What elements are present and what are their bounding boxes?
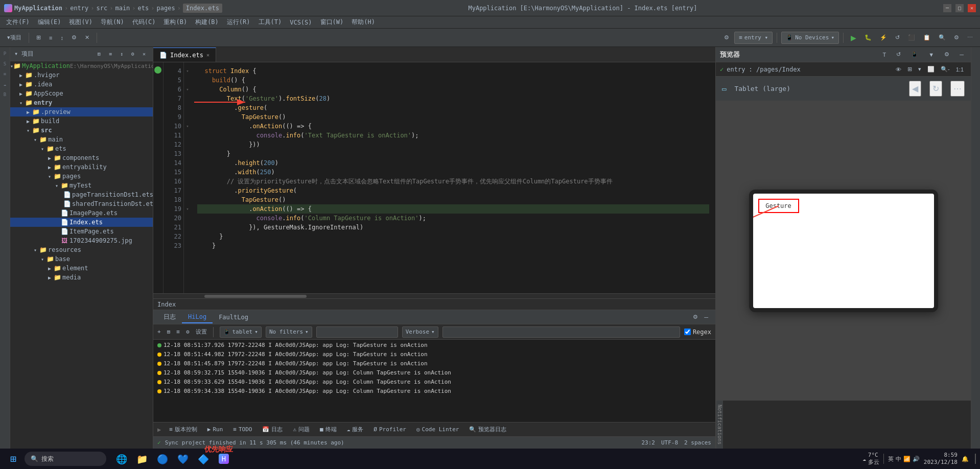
menu-window[interactable]: 窗口(W) bbox=[316, 17, 348, 28]
log-search[interactable] bbox=[316, 326, 398, 338]
taskbar-icon-3[interactable]: 💙 bbox=[174, 450, 192, 468]
level-selector[interactable]: Verbose ▾ bbox=[402, 326, 438, 338]
filetree-settings[interactable]: ⚙ bbox=[128, 48, 137, 60]
tree-item-build[interactable]: ▶ 📁 build bbox=[10, 116, 153, 126]
tree-item-appscope[interactable]: ▶ 📁 AppScope bbox=[10, 89, 153, 98]
menu-navigate[interactable]: 导航(N) bbox=[97, 17, 128, 28]
action-run[interactable]: ▶ Run bbox=[203, 425, 227, 434]
tree-item-hvigor[interactable]: ▶ 📁 .hvigor bbox=[10, 71, 153, 80]
tree-item-src[interactable]: ▾ 📁 src bbox=[10, 126, 153, 135]
tree-item-media[interactable]: ▶ 📁 media bbox=[10, 273, 153, 282]
profile-button[interactable]: ⚡ bbox=[877, 32, 890, 44]
filetree-collapse[interactable]: ↕ bbox=[117, 48, 126, 60]
log-search-text[interactable] bbox=[442, 326, 680, 338]
menu-build[interactable]: 构建(B) bbox=[191, 17, 223, 28]
menu-refactor[interactable]: 重构(B) bbox=[159, 17, 191, 28]
close-button[interactable]: ✕ bbox=[968, 4, 976, 12]
tree-item-jpg[interactable]: ▶ 🖼 1702344909275.jpg bbox=[10, 236, 153, 245]
notifications-label[interactable]: Notifications bbox=[717, 401, 722, 449]
toolbar-more-3[interactable]: 📋 bbox=[920, 32, 934, 44]
tab-faultlog[interactable]: FaultLog bbox=[213, 312, 254, 323]
menu-tools[interactable]: 工具(T) bbox=[254, 17, 286, 28]
preview-toolbar-phone[interactable]: 📱 bbox=[908, 49, 921, 61]
preview-expand[interactable]: ⬜ bbox=[924, 63, 938, 76]
devices-dropdown[interactable]: 📱 No Devices ▾ bbox=[781, 32, 839, 44]
tree-item-mytest[interactable]: ▾ 📁 myTest bbox=[10, 181, 153, 190]
file-tree-content[interactable]: ▾ 📁 MyApplication E:\HarmonyOS\MyApplica… bbox=[10, 61, 153, 449]
preview-toolbar-refresh[interactable]: ↺ bbox=[893, 49, 904, 61]
action-preview-log[interactable]: 🔍 预览器日志 bbox=[465, 425, 510, 434]
tab-log[interactable]: 日志 bbox=[157, 311, 182, 323]
code-editor[interactable]: struct Index { build() { Column() { Text… bbox=[191, 62, 715, 293]
regex-checkbox[interactable] bbox=[684, 329, 691, 335]
preview-toolbar-settings[interactable]: ⚙ bbox=[941, 49, 952, 61]
filter-selector[interactable]: No filters ▾ bbox=[266, 326, 312, 338]
sidebar-icon-2[interactable]: S bbox=[1, 59, 10, 68]
toolbar-more-4[interactable]: ⚙ bbox=[951, 32, 962, 44]
toolbar-icon-2[interactable]: ≡ bbox=[46, 32, 55, 44]
rotate-device-btn[interactable]: ↻ bbox=[929, 81, 942, 97]
run-button[interactable]: ▶ bbox=[848, 32, 859, 44]
action-expand[interactable]: ▶ bbox=[157, 426, 161, 433]
desktop-show[interactable] bbox=[973, 454, 976, 464]
preview-view-dropdown[interactable]: ▾ bbox=[915, 63, 924, 76]
sidebar-icon-3[interactable]: ≡ bbox=[1, 69, 10, 79]
tree-item-imagepage[interactable]: ▶ 📄 ImagePage.ets bbox=[10, 208, 153, 218]
menu-help[interactable]: 帮助(H) bbox=[347, 17, 379, 28]
bottom-settings[interactable]: ⚙ bbox=[690, 311, 701, 323]
toolbar-more-2[interactable]: ⬛ bbox=[905, 32, 918, 44]
tray-wifi[interactable]: 📶 bbox=[903, 456, 911, 462]
filetree-layout[interactable]: ⊞ bbox=[95, 48, 104, 60]
taskbar-icon-files[interactable]: 📁 bbox=[133, 450, 151, 468]
tree-item-base[interactable]: ▾ 📁 base bbox=[10, 254, 153, 264]
filetree-sort[interactable]: ≡ bbox=[106, 48, 115, 60]
entry-dropdown[interactable]: ≡ entry ▾ bbox=[734, 32, 773, 44]
tree-item-pagetrans1[interactable]: ▶ 📄 pageTransitionDst1.ets bbox=[10, 190, 153, 199]
editor-scrollbar-h[interactable] bbox=[153, 293, 715, 298]
regex-toggle[interactable]: Regex bbox=[684, 329, 711, 336]
toolbar-icon-3[interactable]: ↕ bbox=[57, 32, 66, 44]
action-terminal[interactable]: ■ 终端 bbox=[316, 425, 341, 434]
filetree-close[interactable]: ✕ bbox=[139, 48, 149, 60]
taskbar-icon-browser[interactable]: 🔵 bbox=[153, 450, 172, 468]
action-version-control[interactable]: ≡ 版本控制 bbox=[165, 425, 201, 434]
tray-volume[interactable]: 🔊 bbox=[913, 456, 920, 462]
notification-area[interactable]: 🔔 bbox=[962, 456, 969, 462]
action-codelinter[interactable]: ◎ Code Linter bbox=[412, 425, 463, 434]
toolbar-close-panel[interactable]: ✕ bbox=[82, 32, 92, 44]
tree-item-idea[interactable]: ▶ 📁 .idea bbox=[10, 80, 153, 89]
menu-edit[interactable]: 编辑(E) bbox=[34, 17, 65, 28]
preview-toolbar-down[interactable]: ▼ bbox=[925, 49, 937, 61]
tray-lang[interactable]: 英 bbox=[888, 455, 894, 463]
windows-start-button[interactable]: ⊞ bbox=[4, 450, 22, 468]
taskbar-search[interactable]: 🔍 搜索 bbox=[25, 452, 106, 466]
taskbar-icon-app[interactable]: 🌐 bbox=[112, 450, 131, 468]
tree-item-resources[interactable]: ▾ 📁 resources bbox=[10, 245, 153, 254]
menu-view[interactable]: 视图(V) bbox=[65, 17, 97, 28]
debug-button[interactable]: 🐛 bbox=[861, 32, 875, 44]
tab-hilog[interactable]: HiLog bbox=[182, 311, 213, 323]
tree-item-preview[interactable]: ▶ 📁 .preview bbox=[10, 107, 153, 116]
preview-eye[interactable]: 👁 bbox=[893, 63, 904, 76]
tree-item-indexets[interactable]: ▶ 📄 Index.ets bbox=[10, 218, 153, 227]
preview-zoom-1to1[interactable]: 1:1 bbox=[953, 63, 967, 76]
project-dropdown-button[interactable]: ▾ ▾ 项目 项目 bbox=[4, 32, 25, 44]
tree-item-entryability[interactable]: ▶ 📁 entryability bbox=[10, 162, 153, 172]
action-log[interactable]: 📅 日志 bbox=[258, 425, 287, 434]
preview-zoom-out[interactable]: 🔍- bbox=[938, 63, 953, 76]
toolbar-more-1[interactable]: ↺ bbox=[892, 32, 903, 44]
menu-file[interactable]: 文件(F) bbox=[2, 17, 34, 28]
prev-device-btn[interactable]: ◀ bbox=[909, 81, 921, 97]
tray-ime[interactable]: 中 bbox=[896, 455, 901, 463]
action-todo[interactable]: ≡ TODO bbox=[229, 425, 256, 434]
toolbar-more-5[interactable]: ⋯ bbox=[964, 32, 976, 44]
sidebar-icon-4[interactable]: ☁ bbox=[1, 80, 10, 89]
tree-item-element[interactable]: ▶ 📁 element bbox=[10, 264, 153, 273]
tree-item-entry[interactable]: ▾ 📁 entry bbox=[10, 98, 153, 107]
bottom-close[interactable]: ─ bbox=[701, 311, 711, 323]
preview-toolbar-t[interactable]: T bbox=[880, 49, 890, 61]
action-problems[interactable]: ⚠ 问题 bbox=[289, 425, 314, 434]
preview-grid[interactable]: ⊞ bbox=[904, 63, 915, 76]
editor-tab-indexets[interactable]: 📄 Index.ets ✕ bbox=[153, 48, 216, 62]
menu-run[interactable]: 运行(R) bbox=[223, 17, 254, 28]
